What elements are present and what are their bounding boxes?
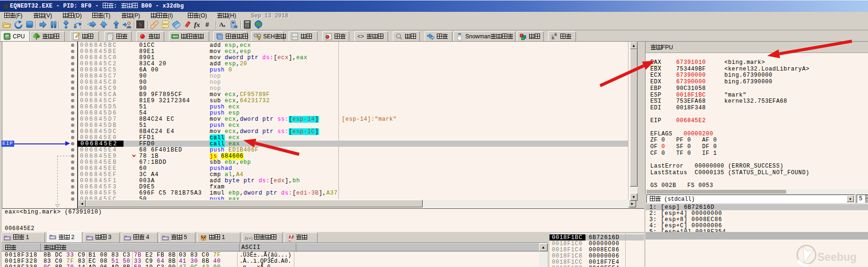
svg-text:fx: fx [194, 21, 200, 28]
svg-text:32: 32 [6, 36, 9, 38]
svg-text:z: z [223, 23, 225, 28]
svg-text:<>: <> [357, 33, 364, 40]
svg-text:Seebug: Seebug [817, 251, 857, 263]
svg-text:[x=]: [x=] [245, 236, 252, 240]
svg-text:#: # [205, 21, 209, 28]
svg-text:S: S [139, 21, 142, 28]
svg-text:<>: <> [292, 35, 297, 39]
